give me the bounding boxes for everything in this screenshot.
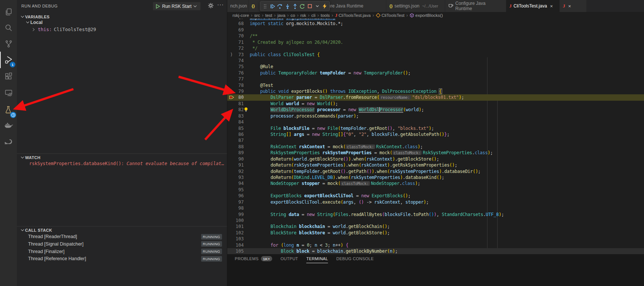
variables-scope-local[interactable]: Local xyxy=(27,20,43,25)
variable-this-row[interactable]: this: CliToolsTest@29 xyxy=(32,27,96,32)
code-line-76[interactable]: 76 public TemporaryFolder tempFolder = n… xyxy=(227,70,644,76)
editor-tab-cut[interactable]: J× xyxy=(560,0,587,12)
line-number[interactable]: 105 xyxy=(227,248,244,254)
code-line-105[interactable]: 105 Block block = blockchain.getBlockByN… xyxy=(227,248,644,254)
code-line-88[interactable]: 88 RskContext rskContext = mock(classToM… xyxy=(227,144,644,150)
code-line-101[interactable]: 101 Blockchain blockchain = world.getBlo… xyxy=(227,223,644,229)
activity-item-extensions[interactable] xyxy=(0,68,17,85)
breadcrumb-file[interactable]: JCliToolsTest.java xyxy=(335,12,371,18)
line-number[interactable]: 101 xyxy=(227,223,244,229)
code-line-92[interactable]: 92 doReturn(tempFolder.getRoot().getPath… xyxy=(227,168,644,174)
code-line-68[interactable]: 68import static org.mockito.Mockito.*; xyxy=(227,21,644,27)
code-line-87[interactable]: 87 xyxy=(227,137,644,143)
breadcrumb-folder[interactable]: rskj-core xyxy=(233,13,249,18)
panel-tab-problems[interactable]: PROBLEMS1K+ xyxy=(235,254,272,263)
code-line-69[interactable]: 69 xyxy=(227,27,644,33)
line-number[interactable]: 75 xyxy=(227,64,244,70)
breadcrumb-folder[interactable]: java xyxy=(277,13,285,18)
breadcrumb-folder[interactable]: test xyxy=(265,13,272,18)
call-stack-thread[interactable]: Thread [Reference Handler]RUNNING xyxy=(17,255,227,262)
code-line-83[interactable]: 83 processor.processCommands(parser); xyxy=(227,113,644,119)
code-line-89[interactable]: 89 RskSystemProperties rskSystemProperti… xyxy=(227,150,644,156)
code-line-84[interactable]: 84 xyxy=(227,119,644,125)
code-line-86[interactable]: 86 String[] args = new String[]{"0", "2"… xyxy=(227,131,644,137)
line-number[interactable]: 74 xyxy=(227,58,244,64)
line-number[interactable]: 87 xyxy=(227,137,244,143)
line-number[interactable]: 100 xyxy=(227,217,244,223)
line-number[interactable]: 85 xyxy=(227,125,244,131)
editor-tab-settings.json[interactable]: {}settings.json~/.../User xyxy=(386,0,445,12)
code-line-99[interactable]: 99 String data = new String(Files.readAl… xyxy=(227,212,644,217)
continue-button[interactable] xyxy=(269,2,276,10)
close-icon[interactable]: × xyxy=(550,3,553,9)
line-number[interactable]: 70 xyxy=(227,33,244,39)
code-line-85[interactable]: 85 File blocksFile = new File(tempFolder… xyxy=(227,125,644,131)
run-config-dropdown[interactable]: Run RSK Start xyxy=(153,2,201,10)
gear-icon[interactable] xyxy=(208,3,214,10)
call-stack-thread[interactable]: Thread [Finalizer]RUNNING xyxy=(17,248,227,255)
line-number[interactable]: 95 xyxy=(227,187,244,193)
code-line-97[interactable]: 97 exportBlocksCliTool.execute(args, () … xyxy=(227,199,644,205)
step-into-button[interactable] xyxy=(284,2,291,10)
editor-tab-Configure Java Runtime[interactable]: Configure Java Runtime xyxy=(445,0,506,12)
breadcrumb-class-symbol[interactable]: CliToolsTest xyxy=(376,13,404,18)
call-stack-thread[interactable]: Thread [Signal Dispatcher]RUNNING xyxy=(17,240,227,248)
code-line-100[interactable]: 100 xyxy=(227,217,644,223)
code-line-104[interactable]: 104 for (long n = 0; n < 3; n++) { xyxy=(227,242,644,248)
variables-section-header[interactable]: VARIABLES xyxy=(17,13,227,20)
code-line-74[interactable]: 74 xyxy=(227,58,644,64)
line-number[interactable]: 82 xyxy=(227,107,244,113)
line-number[interactable]: 79 xyxy=(227,88,244,94)
breadcrumb-folder[interactable]: tools xyxy=(321,13,329,18)
line-number[interactable]: 98 xyxy=(227,205,244,211)
line-number[interactable]: 104 xyxy=(227,242,244,248)
activity-item-run-and-debug[interactable]: 1 xyxy=(0,52,17,68)
line-number[interactable]: 83 xyxy=(227,113,244,119)
activity-item-gradle[interactable] xyxy=(0,134,17,150)
breadcrumb-folder[interactable]: cli xyxy=(312,13,316,18)
editor-tab-igure Java Runtime[interactable]: igure Java Runtime xyxy=(322,0,386,12)
activity-item-source-control[interactable] xyxy=(0,36,17,52)
line-number[interactable]: 91 xyxy=(227,162,244,168)
line-number[interactable]: 80 xyxy=(227,94,244,100)
code-line-80[interactable]: 80 DslParser parser = DslParser.fromReso… xyxy=(227,94,644,100)
code-line-94[interactable]: 94 NodeStopper stopper = mock(classToMoc… xyxy=(227,180,644,186)
editor-tab-nch.json[interactable]: nch.json xyxy=(227,0,249,12)
code-line-95[interactable]: 95 xyxy=(227,187,644,193)
panel-tab-debug-console[interactable]: DEBUG CONSOLE xyxy=(336,254,374,263)
line-number[interactable]: 103 xyxy=(227,236,244,242)
breadcrumb-folder[interactable]: co xyxy=(291,13,295,18)
line-number[interactable]: 97 xyxy=(227,199,244,205)
code-line-71[interactable]: 71 * Created by ajlopez on 26/04/2020. xyxy=(227,39,644,45)
code-line-91[interactable]: 91 doReturn(rskSystemProperties).when(rs… xyxy=(227,162,644,168)
panel-tab-output[interactable]: OUTPUT xyxy=(280,254,298,263)
line-number[interactable]: 94 xyxy=(227,180,244,186)
line-number[interactable]: 81 xyxy=(227,101,244,107)
more-actions-icon[interactable]: ··· xyxy=(217,1,224,7)
line-number[interactable]: 69 xyxy=(227,27,244,33)
line-number[interactable]: 102 xyxy=(227,230,244,236)
code-line-73[interactable]: )73public class CliToolsTest { xyxy=(227,52,644,58)
line-number[interactable]: 78 xyxy=(227,82,244,88)
breadcrumb-folder[interactable]: src xyxy=(254,13,260,18)
stop-button[interactable] xyxy=(306,2,313,10)
activity-item-docker[interactable] xyxy=(0,117,17,134)
breadcrumb-folder[interactable]: rsk xyxy=(300,13,306,18)
code-line-81[interactable]: 81 World world = new World(); xyxy=(227,101,644,107)
code-line-93[interactable]: 93 doReturn(DbKind.LEVEL_DB).when(rskSys… xyxy=(227,174,644,180)
line-number[interactable]: 88 xyxy=(227,144,244,150)
close-icon[interactable]: × xyxy=(568,3,571,9)
code-line-82[interactable]: 82 WorldDslProcessor processor = new Wor… xyxy=(227,107,644,113)
line-number[interactable]: 72 xyxy=(227,45,244,51)
call-stack-thread[interactable]: Thread [ReaderThread]RUNNING xyxy=(17,233,227,240)
line-number[interactable]: 86 xyxy=(227,131,244,137)
line-number[interactable]: 92 xyxy=(227,168,244,174)
activity-item-explorer[interactable] xyxy=(0,4,17,20)
activity-item-testing[interactable] xyxy=(0,101,17,118)
code-line-102[interactable]: 102 BlockStore blockStore = world.getBlo… xyxy=(227,230,644,236)
step-out-button[interactable] xyxy=(292,2,298,10)
code-line-103[interactable]: 103 xyxy=(227,236,644,242)
code-line-79[interactable]: )79 public void exportBlocks() throws IO… xyxy=(227,88,644,94)
activity-item-search[interactable] xyxy=(0,19,17,36)
code-line-90[interactable]: 90 doReturn(world.getBlockStore()).when(… xyxy=(227,156,644,162)
